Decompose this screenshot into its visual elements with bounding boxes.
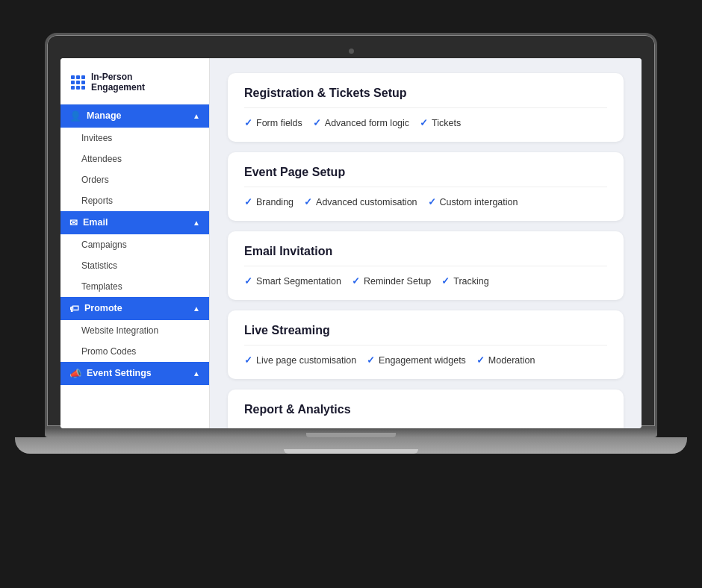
feature-reminder-setup: ✓ Reminder Setup — [352, 275, 431, 287]
feature-tracking: ✓ Tracking — [441, 275, 488, 287]
card-email-invitation: Email Invitation ✓ Smart Segmentation ✓ … — [228, 231, 624, 300]
check-icon: ✓ — [367, 354, 375, 366]
card-live-streaming: Live Streaming ✓ Live page customisation… — [228, 310, 624, 379]
manage-chevron: ▲ — [193, 112, 200, 120]
nav-promo-codes[interactable]: Promo Codes — [60, 341, 209, 362]
card-event-page-title: Event Page Setup — [244, 166, 607, 179]
feature-advanced-customisation: ✓ Advanced customisation — [304, 196, 417, 207]
nav-reports[interactable]: Reports — [60, 190, 209, 211]
feature-label: Advanced form logic — [325, 118, 409, 128]
promote-chevron: ▲ — [193, 304, 200, 313]
card-email-invitation-features: ✓ Smart Segmentation ✓ Reminder Setup ✓ … — [244, 275, 607, 287]
check-icon: ✓ — [428, 196, 436, 207]
nav-statistics[interactable]: Statistics — [60, 255, 209, 276]
feature-smart-segmentation: ✓ Smart Segmentation — [244, 275, 341, 287]
camera — [349, 49, 354, 54]
feature-label: Branding — [256, 197, 293, 207]
event-settings-icon: 📣 — [69, 368, 81, 379]
manage-label: Manage — [87, 110, 122, 121]
feature-advanced-form-logic: ✓ Advanced form logic — [313, 117, 409, 128]
nav-promote-section: 🏷 Promote ▲ Website Integration Promo Co… — [60, 297, 209, 362]
nav-invitees[interactable]: Invitees — [60, 128, 209, 148]
nav-website-integration[interactable]: Website Integration — [60, 320, 209, 341]
feature-branding: ✓ Branding — [244, 196, 293, 207]
promote-icon: 🏷 — [69, 303, 79, 314]
check-icon: ✓ — [244, 196, 252, 207]
nav-templates[interactable]: Templates — [60, 276, 209, 297]
nav-campaigns[interactable]: Campaigns — [60, 234, 209, 255]
feature-label: Moderation — [488, 355, 535, 366]
grid-icon — [71, 75, 85, 90]
sidebar: In-PersonEngagement 👤 Manage ▲ Invitees … — [60, 58, 210, 428]
check-icon: ✓ — [304, 196, 312, 207]
screen-bezel: In-PersonEngagement 👤 Manage ▲ Invitees … — [45, 33, 657, 428]
laptop-wrapper: In-PersonEngagement 👤 Manage ▲ Invitees … — [45, 33, 657, 555]
event-settings-chevron: ▲ — [193, 369, 200, 378]
laptop-base — [15, 437, 687, 454]
nav-attendees[interactable]: Attendees — [60, 148, 209, 169]
card-report-analytics-title: Report & Analytics — [244, 403, 607, 416]
manage-icon: 👤 — [69, 110, 81, 122]
promote-label: Promote — [84, 303, 122, 313]
card-report-analytics: Report & Analytics — [228, 390, 624, 428]
feature-custom-integration: ✓ Custom intergation — [428, 196, 518, 207]
feature-label: Custom intergation — [440, 197, 518, 207]
nav-event-settings-header[interactable]: 📣 Event Settings ▲ — [60, 362, 209, 385]
feature-label: Engagement widgets — [379, 355, 466, 366]
check-icon: ✓ — [476, 354, 485, 366]
check-icon: ✓ — [352, 275, 360, 287]
email-chevron: ▲ — [193, 219, 200, 227]
sidebar-logo: In-PersonEngagement — [60, 58, 209, 104]
feature-live-page: ✓ Live page customisation — [244, 354, 356, 366]
nav-manage-section: 👤 Manage ▲ Invitees Attendees Orders Rep… — [60, 104, 209, 211]
card-email-invitation-title: Email Invitation — [244, 245, 607, 258]
event-settings-label: Event Settings — [87, 368, 152, 378]
feature-form-fields: ✓ Form fields — [244, 117, 302, 128]
feature-engagement-widgets: ✓ Engagement widgets — [367, 354, 466, 366]
card-registration-title: Registration & Tickets Setup — [244, 87, 607, 100]
feature-label: Live page customisation — [256, 355, 356, 366]
feature-label: Tickets — [432, 118, 461, 128]
nav-email-section: ✉ Email ▲ Campaigns Statistics Templates — [60, 211, 209, 297]
check-icon: ✓ — [441, 275, 450, 287]
main-content: Registration & Tickets Setup ✓ Form fiel… — [210, 58, 642, 428]
feature-label: Advanced customisation — [316, 197, 417, 207]
check-icon: ✓ — [244, 275, 252, 287]
feature-label: Tracking — [453, 276, 488, 287]
feature-label: Form fields — [256, 118, 302, 128]
nav-email-header[interactable]: ✉ Email ▲ — [60, 211, 209, 234]
feature-label: Smart Segmentation — [256, 276, 341, 287]
nav-orders[interactable]: Orders — [60, 169, 209, 190]
check-icon: ✓ — [244, 117, 252, 128]
email-icon: ✉ — [69, 217, 78, 228]
check-icon: ✓ — [244, 354, 252, 366]
email-label: Email — [83, 217, 108, 228]
card-registration-features: ✓ Form fields ✓ Advanced form logic ✓ Ti… — [244, 117, 607, 128]
nav-manage-header[interactable]: 👤 Manage ▲ — [60, 104, 209, 128]
check-icon: ✓ — [313, 117, 321, 128]
laptop-hinge — [45, 428, 657, 437]
screen: In-PersonEngagement 👤 Manage ▲ Invitees … — [60, 58, 642, 428]
card-registration: Registration & Tickets Setup ✓ Form fiel… — [228, 73, 624, 142]
card-event-page: Event Page Setup ✓ Branding ✓ Advanced c… — [228, 152, 624, 221]
card-live-streaming-features: ✓ Live page customisation ✓ Engagement w… — [244, 354, 607, 366]
brand-name: In-PersonEngagement — [91, 72, 145, 93]
nav-event-settings-section: 📣 Event Settings ▲ — [60, 362, 209, 385]
card-event-page-features: ✓ Branding ✓ Advanced customisation ✓ Cu… — [244, 196, 607, 207]
feature-tickets: ✓ Tickets — [420, 117, 461, 128]
nav-promote-header[interactable]: 🏷 Promote ▲ — [60, 297, 209, 320]
feature-moderation: ✓ Moderation — [476, 354, 535, 366]
card-live-streaming-title: Live Streaming — [244, 324, 607, 337]
check-icon: ✓ — [420, 117, 428, 128]
feature-label: Reminder Setup — [364, 276, 431, 287]
